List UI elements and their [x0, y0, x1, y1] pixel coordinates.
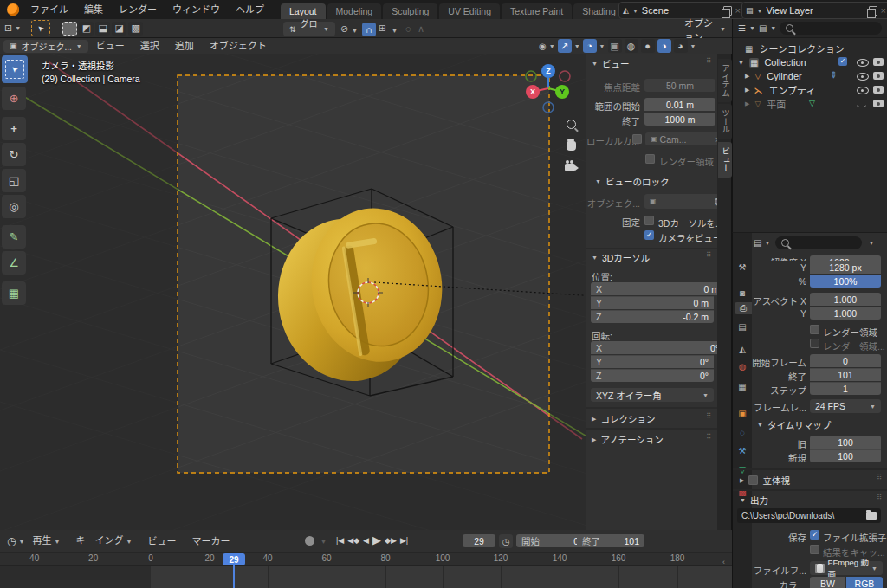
overlays-toggle-icon[interactable]: ◔	[583, 39, 597, 53]
use-preview-range-icon[interactable]: ◷	[499, 534, 513, 548]
time-remapping-header[interactable]: ▼タイムリマップ	[757, 418, 831, 431]
cursor-rot-z-field[interactable]: Z0°	[591, 369, 714, 382]
menu-render[interactable]: レンダー	[111, 0, 165, 19]
workspace-tab-texturepaint[interactable]: Texture Paint	[502, 3, 572, 19]
panel-drag-dots[interactable]: ⠿	[706, 412, 712, 420]
tool-measure-button[interactable]: ∠	[2, 251, 26, 275]
folder-icon[interactable]	[866, 512, 877, 520]
workspace-tab-shading[interactable]: Shading	[573, 3, 625, 19]
playhead[interactable]: 29	[223, 553, 245, 565]
editor-type-button[interactable]: ⊡▼	[4, 23, 21, 34]
sidebar-tab-view[interactable]: ビュー	[718, 142, 732, 178]
tab-physics-icon[interactable]: ◌	[736, 426, 748, 438]
tab-scene-icon[interactable]: ◭	[736, 343, 748, 355]
panel-drag-dots[interactable]: ⠿	[877, 494, 883, 501]
remap-new-field[interactable]: 100	[810, 449, 881, 462]
tool-add-cube-button[interactable]: ▦	[2, 281, 26, 305]
cursor-loc-z-field[interactable]: Z-0.2 m	[591, 310, 714, 323]
panel-drag-dots[interactable]: ⠿	[706, 57, 712, 65]
expand-icon[interactable]: ▶	[745, 100, 749, 107]
panel-view-lock-header[interactable]: ▼ビューのロック	[595, 175, 669, 188]
play-button[interactable]: ▶	[372, 533, 381, 546]
clip-end-field[interactable]: 1000 m	[644, 113, 715, 126]
viewport-camera-toggle-button[interactable]	[565, 163, 575, 173]
snapping-magnet-icon[interactable]: ∩	[362, 23, 376, 36]
shading-wireframe-icon[interactable]: ◍	[625, 39, 638, 53]
object-visibility-icon[interactable]: ◉	[539, 42, 547, 51]
lock-cursor-checkbox[interactable]	[644, 216, 654, 225]
viewport-zoom-button[interactable]	[567, 120, 576, 131]
panel-drag-dots[interactable]: ⠿	[706, 433, 712, 441]
resolution-percent-field[interactable]: 100%	[810, 275, 881, 288]
workspace-tab-uvediting[interactable]: UV Editing	[439, 3, 500, 19]
tool-rotate-button[interactable]: ↻	[2, 143, 26, 166]
tool-cursor-button[interactable]: ⊕	[2, 87, 26, 110]
cache-result-checkbox[interactable]	[810, 545, 819, 554]
stereoscopy-header[interactable]: ▶ 立体視	[740, 474, 790, 487]
close-view-layer-icon[interactable]: ×	[881, 5, 886, 16]
next-keyframe-button[interactable]: ◆▶	[385, 536, 397, 545]
timeline-menu-view[interactable]: ビュー	[139, 532, 184, 551]
properties-editor-icon[interactable]: ▤	[754, 238, 761, 248]
expand-icon[interactable]: ▶	[745, 73, 749, 80]
tool-move-button[interactable]: +	[2, 117, 26, 140]
eye-icon[interactable]	[857, 87, 869, 94]
aspect-y-field[interactable]: 1.000	[810, 307, 881, 320]
tool-transform-button[interactable]: ◎	[2, 195, 26, 218]
outliner-row-collection[interactable]: ▼ ▦ Collection ✓	[733, 55, 887, 69]
color-rgb-button[interactable]: RGB	[846, 577, 883, 588]
render-region-checkbox[interactable]	[645, 154, 655, 164]
menu-window[interactable]: ウィンドウ	[165, 0, 228, 19]
timeline-tracks[interactable]	[0, 565, 732, 588]
shading-solid-icon[interactable]: ●	[641, 39, 655, 53]
viewport-menu-add[interactable]: 追加	[167, 38, 202, 54]
properties-search[interactable]	[775, 236, 862, 249]
gizmo-toggle-icon[interactable]: ↗	[558, 39, 572, 53]
camera-to-view-checkbox[interactable]: ✓	[644, 230, 654, 240]
prev-keyframe-button[interactable]: ◀◆	[347, 536, 359, 545]
display-mode-icon[interactable]: ▤	[759, 23, 767, 33]
outliner-row-scene-collection[interactable]: ▦ シーンコレクション	[733, 42, 887, 55]
workspace-tab-sculpting[interactable]: Sculpting	[383, 3, 437, 19]
aspect-x-field[interactable]: 1.000	[810, 293, 881, 306]
blender-logo-icon[interactable]	[7, 3, 19, 16]
local-camera-checkbox[interactable]	[632, 134, 642, 144]
camera-restrict-icon[interactable]	[873, 86, 884, 94]
expand-icon[interactable]: ▶	[745, 87, 749, 94]
cursor-loc-y-field[interactable]: Y0 m	[591, 296, 714, 309]
xray-toggle-icon[interactable]: ▣	[608, 39, 622, 53]
shading-rendered-icon[interactable]: ◕	[674, 39, 688, 53]
scene-selector[interactable]: ◭▼ Scene ×	[618, 2, 745, 19]
rotation-mode-dropdown[interactable]: XYZ オイラー角▼	[591, 388, 714, 402]
panel-view-header[interactable]: ▼ビュー	[592, 57, 629, 70]
new-scene-icon[interactable]	[723, 6, 732, 16]
cursor-rot-y-field[interactable]: Y0°	[591, 355, 714, 368]
tool-select-box-button[interactable]: ➤	[2, 55, 28, 83]
active-tool-button[interactable]: ➤	[31, 20, 50, 36]
resolution-y-field[interactable]: 1280 px	[810, 261, 881, 274]
timeline-ruler[interactable]: -40 -20 0 20 40 60 80 100 120 140 160 18…	[0, 552, 732, 565]
new-view-layer-icon[interactable]	[869, 6, 877, 16]
timeline-collapse-icon[interactable]: ‹	[722, 558, 725, 566]
camera-restrict-icon[interactable]	[873, 100, 884, 107]
eye-closed-icon[interactable]	[857, 102, 866, 107]
color-bw-button[interactable]: BW	[810, 577, 845, 588]
frame-start-field[interactable]: 開始0	[516, 534, 584, 547]
timeline-menu-marker[interactable]: マーカー	[184, 532, 237, 551]
panel-3dcursor-header[interactable]: ▼3Dカーソル	[592, 251, 650, 264]
sidebar-tab-tool[interactable]: ツール	[718, 104, 732, 139]
viewport-pan-button[interactable]	[567, 141, 576, 152]
select-mode-invert-icon[interactable]: ◪	[112, 22, 126, 36]
select-mode-subtract-icon[interactable]: ⬓	[95, 22, 110, 36]
timeline-editor-icon[interactable]: ◷	[7, 535, 16, 547]
frame-start-field[interactable]: 0	[810, 354, 881, 367]
jump-to-start-button[interactable]: |◀	[336, 536, 344, 545]
outliner-row-plane[interactable]: ▶ ▽ 平面 ▽	[733, 97, 887, 111]
timeline-menu-keying[interactable]: キーイング ▼	[68, 531, 139, 552]
cursor-rot-x-field[interactable]: X0°	[591, 341, 724, 354]
tab-view-layer-icon[interactable]: ▤	[736, 320, 748, 333]
menu-file[interactable]: ファイル	[23, 0, 76, 19]
cursor-loc-x-field[interactable]: X0 m	[591, 282, 724, 295]
sidebar-tab-item[interactable]: アイテム	[718, 59, 732, 102]
remap-old-field[interactable]: 100	[810, 436, 881, 449]
